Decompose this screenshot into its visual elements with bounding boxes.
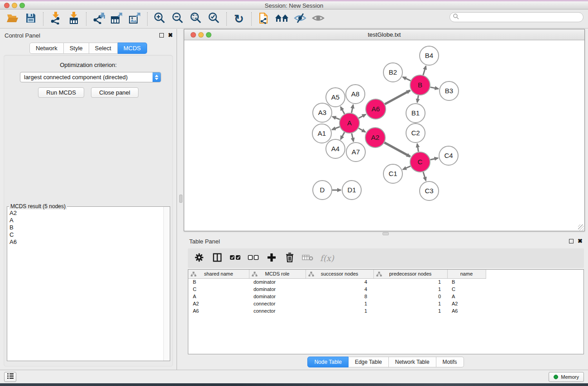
table-cell[interactable]: C xyxy=(447,286,486,293)
graph-node-C2[interactable]: C2 xyxy=(406,124,425,143)
graph-edge[interactable] xyxy=(341,132,345,139)
graph-node-B1[interactable]: B1 xyxy=(406,104,425,123)
resize-grip-icon[interactable] xyxy=(578,224,584,230)
tab-motifs[interactable]: Motifs xyxy=(436,357,464,367)
export-network-button[interactable] xyxy=(90,11,108,27)
graph-edge[interactable] xyxy=(359,114,366,118)
graph-node-B4[interactable]: B4 xyxy=(420,46,439,65)
table-cell[interactable]: connector xyxy=(249,307,306,315)
delete-table-button[interactable] xyxy=(302,253,314,264)
table-row[interactable]: A6connector11A6 xyxy=(188,307,583,315)
table-cell[interactable]: A xyxy=(447,293,486,300)
close-panel-button[interactable]: Close panel xyxy=(91,87,139,98)
table-cell[interactable]: B xyxy=(447,278,486,286)
close-panel-icon[interactable]: ✖ xyxy=(168,32,173,38)
table-row[interactable]: Cdominator41C xyxy=(188,286,583,293)
table-cell[interactable]: 0 xyxy=(373,293,447,300)
table-cell[interactable]: connector xyxy=(249,300,306,307)
column-header-successor-nodes[interactable]: successor nodes xyxy=(306,270,373,278)
graph-edge[interactable] xyxy=(403,166,411,169)
graph-edge[interactable] xyxy=(423,66,426,75)
column-header-shared-name[interactable]: shared name xyxy=(188,270,249,278)
horizontal-splitter-grip[interactable] xyxy=(382,232,389,235)
graph-node-B2[interactable]: B2 xyxy=(383,63,402,82)
graph-node-B3[interactable]: B3 xyxy=(440,81,459,100)
memory-button[interactable]: Memory xyxy=(549,372,584,382)
table-row[interactable]: Adominator80A xyxy=(188,293,583,300)
column-header-name[interactable]: name xyxy=(447,270,486,278)
create-column-button[interactable] xyxy=(266,253,277,264)
graph-node-C4[interactable]: C4 xyxy=(439,146,458,165)
node-table-grid[interactable]: shared nameMCDS rolesuccessor nodesprede… xyxy=(188,270,583,315)
open-session-button[interactable] xyxy=(4,11,22,27)
graph-node-A5[interactable]: A5 xyxy=(326,88,345,107)
table-cell[interactable]: A6 xyxy=(188,307,249,315)
table-row[interactable]: Bdominator41B xyxy=(188,278,583,286)
graph-node-D[interactable]: D xyxy=(313,181,332,200)
unselect-all-columns-button[interactable] xyxy=(248,253,259,264)
table-cell[interactable]: 1 xyxy=(306,307,373,315)
table-cell[interactable]: A6 xyxy=(447,307,486,315)
graph-edge[interactable] xyxy=(384,143,410,157)
result-scrollbar[interactable] xyxy=(163,207,170,361)
graph-edge[interactable] xyxy=(352,133,354,142)
export-table-button[interactable] xyxy=(108,11,126,27)
column-header-MCDS-role[interactable]: MCDS role xyxy=(249,270,306,278)
mcds-result-list[interactable]: A2ABCA6 xyxy=(8,208,163,360)
table-cell[interactable]: 1 xyxy=(306,300,373,307)
graph-node-C3[interactable]: C3 xyxy=(420,181,439,200)
table-cell[interactable]: A2 xyxy=(447,300,486,307)
graph-edge[interactable] xyxy=(359,128,365,132)
graph-node-A4[interactable]: A4 xyxy=(326,139,345,158)
table-cell[interactable]: 1 xyxy=(373,300,447,307)
graph-edge[interactable] xyxy=(423,172,426,181)
close-table-panel-icon[interactable]: ✖ xyxy=(578,238,583,244)
graph-edge[interactable] xyxy=(385,91,410,104)
graph-edge[interactable] xyxy=(417,144,419,152)
table-settings-button[interactable] xyxy=(193,253,205,264)
table-cell[interactable]: 8 xyxy=(306,293,373,300)
zoom-selected-button[interactable] xyxy=(205,11,223,27)
tab-style[interactable]: Style xyxy=(64,43,89,54)
graph-node-A[interactable]: A xyxy=(339,113,359,133)
result-list-item[interactable]: A xyxy=(10,217,163,224)
table-cell[interactable]: B xyxy=(188,278,249,286)
optimization-criterion-select[interactable]: largest connected component (directed) xyxy=(20,72,161,82)
network-window-titlebar[interactable]: testGlobe.txt xyxy=(184,29,584,40)
float-table-panel-icon[interactable] xyxy=(569,239,574,243)
result-list-item[interactable]: C xyxy=(10,231,163,238)
tab-network[interactable]: Network xyxy=(29,43,64,54)
float-panel-icon[interactable] xyxy=(159,33,164,38)
vertical-splitter-grip[interactable] xyxy=(179,195,182,203)
table-cell[interactable]: dominator xyxy=(249,278,306,286)
import-table-button[interactable] xyxy=(65,11,83,27)
result-list-item[interactable]: A6 xyxy=(10,238,163,246)
table-cell[interactable]: dominator xyxy=(249,286,306,293)
graph-edge[interactable] xyxy=(430,158,438,160)
search-box[interactable] xyxy=(449,12,583,22)
table-cell[interactable]: 4 xyxy=(306,278,373,286)
graph-node-A7[interactable]: A7 xyxy=(346,143,365,162)
graph-edge[interactable] xyxy=(352,105,354,113)
refresh-button[interactable]: ↻ xyxy=(230,11,248,27)
graph-edge[interactable] xyxy=(341,107,345,114)
graph-node-A1[interactable]: A1 xyxy=(312,124,331,143)
search-input[interactable] xyxy=(459,14,583,20)
tab-edge-table[interactable]: Edge Table xyxy=(349,357,389,367)
show-column-panel-button[interactable] xyxy=(211,253,223,264)
graph-node-B[interactable]: B xyxy=(410,75,430,95)
graph-edge[interactable] xyxy=(332,117,339,119)
graph-edge[interactable] xyxy=(417,95,419,103)
tab-node-table[interactable]: Node Table xyxy=(307,357,349,367)
graph-node-A2[interactable]: A2 xyxy=(365,128,385,148)
column-header-predecessor-nodes[interactable]: predecessor nodes xyxy=(373,270,447,278)
show-details-button[interactable] xyxy=(309,11,327,27)
run-mcds-button[interactable]: Run MCDS xyxy=(38,87,84,98)
network-from-file-button[interactable] xyxy=(255,11,273,27)
result-list-item[interactable]: A2 xyxy=(10,210,163,217)
table-cell[interactable]: A2 xyxy=(188,300,249,307)
table-cell[interactable]: 4 xyxy=(306,286,373,293)
graph-node-C1[interactable]: C1 xyxy=(383,164,402,183)
save-session-button[interactable] xyxy=(22,11,40,27)
table-row[interactable]: A2connector11A2 xyxy=(188,300,583,307)
